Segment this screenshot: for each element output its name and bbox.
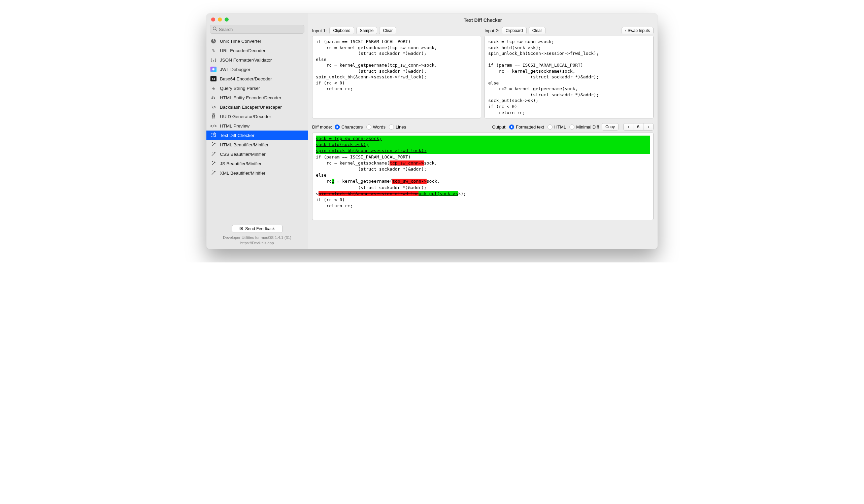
diff-count: 6 [633,123,644,131]
uuid-icon: UUID [211,113,216,120]
sidebar-item-uuid-generator-decoder[interactable]: UUIDUUID Generator/Decoder [206,112,308,121]
search-input[interactable] [210,25,304,34]
input1-column: Input 1: Clipboard Sample Clear if (para… [312,27,481,119]
diff-deleted: tcp_sw_conn-> [389,160,424,165]
sidebar-item-backslash-escaper-unescaper[interactable]: \nBackslash Escaper/Unescaper [206,102,308,112]
percent-icon: % [211,47,216,53]
search-icon [213,26,217,32]
app-window: Unix Time Converter%URL Encoder/Decoder{… [206,13,658,249]
close-window-button[interactable] [211,17,215,22]
hash-icon: #; [211,95,216,101]
app-meta: Developer Utilities for macOS 1.4.1 (31)… [206,235,308,249]
sidebar-item-text-diff-checker[interactable]: +ab-cdText Diff Checker [206,131,308,140]
search-field [210,25,304,34]
radio-button-icon [509,124,514,130]
next-diff-button[interactable]: › [644,123,653,131]
sidebar-item-label: JSON Formatter/Validator [220,58,272,63]
sidebar-item-label: HTML Preview [220,123,250,128]
sidebar-item-html-preview[interactable]: </>HTML Preview [206,121,308,131]
sidebar-item-jwt-debugger[interactable]: ✱JWT Debugger [206,65,308,74]
jwt-icon: ✱ [211,66,216,72]
sidebar: Unix Time Converter%URL Encoder/Decoder{… [206,13,308,249]
output-format-option-formatted-text[interactable]: Formatted text [509,124,544,130]
input2-textarea[interactable]: sock = tcp_sw_conn->sock; sock_hold(sock… [484,36,653,119]
swap-inputs-label: Swap Inputs [628,28,650,33]
zoom-window-button[interactable] [225,17,229,22]
input1-sample-button[interactable]: Sample [356,27,377,34]
input2-clear-button[interactable]: Clear [529,27,546,34]
sidebar-item-label: Base64 Encoder/Decoder [220,76,272,82]
sidebar-item-css-beautifier-minifier[interactable]: CSS Beautifier/Minifier [206,149,308,159]
output-format-option-html[interactable]: HTML [548,124,566,130]
diff-nav: ‹ 6 › [623,123,653,131]
diff-output[interactable]: sock = tcp_sw_conn->sock; sock_hold(sock… [312,133,653,220]
minimize-window-button[interactable] [218,17,222,22]
tags-icon: </> [211,123,216,129]
radio-label: Minimal Diff [576,124,599,130]
input2-clipboard-button[interactable]: Clipboard [502,27,526,34]
sidebar-item-label: Unix Time Converter [220,39,261,44]
diff-inserted: ock_put(sock->s [419,191,458,196]
window-controls [206,13,308,24]
diff-mode-option-characters[interactable]: Characters [335,124,363,130]
diff-icon: +ab-cd [211,132,216,138]
sidebar-item-query-string-parser[interactable]: &Query String Parser [206,84,308,93]
sidebar-item-label: Text Diff Checker [220,133,254,138]
diff-deleted: tcp_sw_conn-> [392,179,427,184]
radio-button-icon [366,124,371,130]
sidebar-item-url-encoder-decoder[interactable]: %URL Encoder/Decoder [206,46,308,55]
sidebar-item-label: URL Encoder/Decoder [220,48,265,53]
input2-column: Input 2: Clipboard Clear ‹ Swap Inputs s… [484,27,653,119]
b64-icon: 64 [211,76,216,82]
prev-diff-button[interactable]: ‹ [623,123,633,131]
radio-label: Lines [396,124,406,130]
input1-label: Input 1: [312,28,327,33]
page-title: Text Diff Checker [308,13,658,27]
sidebar-item-label: JS Beautifier/Minifier [220,161,262,166]
send-feedback-button[interactable]: ✉ Send Feedback [232,225,283,233]
wand-icon [211,160,216,167]
sidebar-item-label: HTML Entity Encoder/Decoder [220,95,281,100]
chevron-left-icon: ‹ [628,124,629,129]
diff-controls: Diff mode: CharactersWordsLines Output: … [308,122,658,133]
app-meta-line1: Developer Utilities for macOS 1.4.1 (31) [206,235,308,240]
clock-icon [211,38,216,44]
sidebar-item-unix-time-converter[interactable]: Unix Time Converter [206,36,308,46]
braces-icon: {,} [211,57,216,63]
wand-icon [211,151,216,157]
diff-deleted: pin_unlock_bh(&conn->session->frwd_loc [319,191,419,196]
mail-icon: ✉ [239,226,243,231]
radio-label: Characters [341,124,363,130]
send-feedback-label: Send Feedback [245,226,275,231]
sidebar-item-json-formatter-validator[interactable]: {,}JSON Formatter/Validator [206,55,308,65]
diff-mode-option-lines[interactable]: Lines [389,124,406,130]
swap-inputs-button[interactable]: ‹ Swap Inputs [622,27,653,34]
sidebar-item-xml-beautifier-minifier[interactable]: XML Beautifier/Minifier [206,168,308,177]
diff-inserted-block: sock = tcp_sw_conn->sock; sock_hold(sock… [316,136,650,154]
radio-button-icon [335,124,340,130]
amp-icon: & [211,85,216,91]
radio-button-icon [569,124,574,130]
radio-label: HTML [554,124,566,130]
radio-label: Words [373,124,385,130]
diff-mode-option-words[interactable]: Words [366,124,385,130]
tool-list: Unix Time Converter%URL Encoder/Decoder{… [206,36,308,222]
svg-line-1 [216,29,217,31]
sidebar-item-html-beautifier-minifier[interactable]: HTML Beautifier/Minifier [206,140,308,149]
sidebar-item-label: Backslash Escaper/Unescaper [220,105,282,110]
output-label: Output: [492,124,506,130]
input1-clear-button[interactable]: Clear [379,27,396,34]
input1-textarea[interactable]: if (param == ISCSI_PARAM_LOCAL_PORT) rc … [312,36,481,119]
sidebar-item-js-beautifier-minifier[interactable]: JS Beautifier/Minifier [206,159,308,168]
sidebar-item-base64-encoder-decoder[interactable]: 64Base64 Encoder/Decoder [206,74,308,84]
wand-icon [211,142,216,148]
app-meta-line2: https://DevUtils.app [206,240,308,246]
copy-button[interactable]: Copy [602,123,619,131]
diff-inserted: 2 [332,179,334,184]
sidebar-item-html-entity-encoder-decoder[interactable]: #;HTML Entity Encoder/Decoder [206,93,308,102]
output-format-option-minimal-diff[interactable]: Minimal Diff [569,124,599,130]
sidebar-item-label: HTML Beautifier/Minifier [220,142,268,147]
input1-clipboard-button[interactable]: Clipboard [329,27,354,34]
diff-mode-label: Diff mode: [312,124,332,130]
radio-label: Formatted text [516,124,544,130]
